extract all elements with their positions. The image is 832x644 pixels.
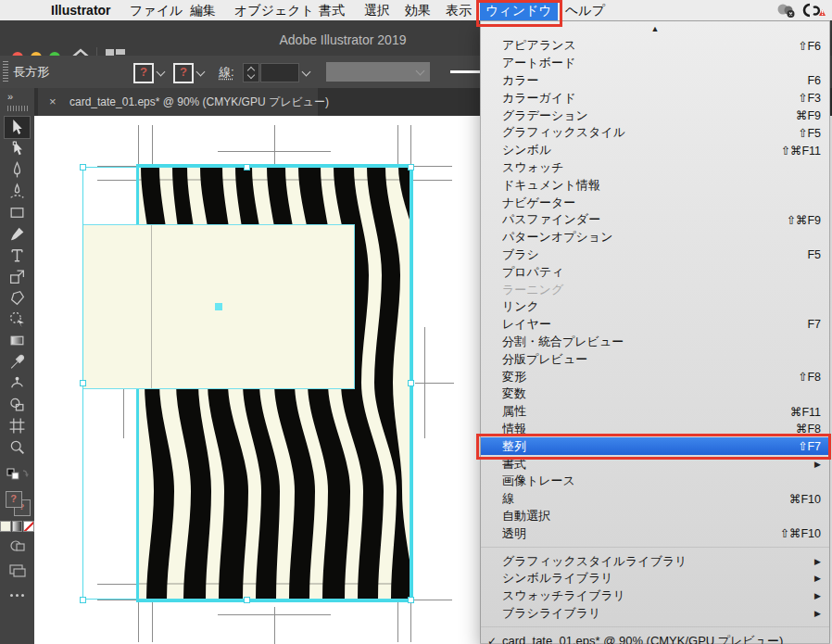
stroke-weight-label[interactable]: 線: — [219, 64, 234, 81]
menubar-item-5[interactable]: 選択 — [364, 0, 390, 20]
stroke-weight-stepper[interactable] — [243, 63, 259, 82]
selection-handle[interactable] — [408, 164, 414, 170]
annotation-box-align-item — [476, 434, 831, 460]
tools-panel-grip[interactable] — [7, 106, 28, 111]
fill-chevron-icon[interactable] — [157, 68, 166, 77]
menu-item-label: ブラシ — [502, 246, 807, 263]
selection-handle[interactable] — [80, 164, 86, 170]
menu-item-33[interactable]: ブラシライブラリ▶ — [481, 605, 829, 623]
pen-tool[interactable] — [5, 159, 30, 181]
free-transform-tool[interactable] — [5, 266, 30, 287]
cc-warning-icon[interactable] — [802, 2, 826, 19]
menu-item-label: リンク — [502, 298, 821, 315]
menu-item-26[interactable]: 線⌘F10 — [481, 490, 829, 508]
menu-item-shortcut: ⇧⌘F10 — [779, 526, 821, 540]
stroke-style-preview[interactable] — [450, 70, 482, 73]
sync-disabled-icon[interactable] — [775, 2, 797, 19]
menubar-item-3[interactable]: オブジェクト — [234, 0, 314, 20]
menu-item-5[interactable]: グラフィックスタイル⇧F5 — [481, 124, 829, 142]
menu-item-1[interactable]: アートボード — [481, 55, 829, 72]
menu-item-13[interactable]: プロパティ — [481, 263, 829, 281]
menu-item-label: 透明 — [502, 525, 779, 542]
menu-item-21[interactable]: 属性⌘F11 — [481, 403, 829, 421]
close-tab-icon[interactable]: × — [49, 88, 62, 116]
stroke-weight-input[interactable] — [260, 63, 299, 82]
menu-item-19[interactable]: 変形⇧F8 — [481, 368, 829, 385]
menu-item-7[interactable]: スウォッチ — [481, 159, 829, 177]
menubar-item-2[interactable]: 編集 — [190, 0, 216, 20]
trim-mark — [152, 125, 153, 167]
selection-center-point[interactable] — [215, 303, 222, 310]
menu-item-28[interactable]: 透明⇧⌘F10 — [481, 524, 829, 542]
none-swatch[interactable] — [23, 521, 34, 532]
selection-handle[interactable] — [244, 597, 250, 603]
menu-item-35[interactable]: ✓card_tate_01.eps* @ 90% (CMYK/GPU プレビュー… — [481, 632, 829, 644]
menu-item-17[interactable]: 分割・統合プレビュー — [481, 334, 829, 351]
menu-item-20[interactable]: 変数 — [481, 385, 829, 403]
menubar-item-4[interactable]: 書式 — [319, 0, 345, 20]
menubar-item-1[interactable]: ファイル — [130, 0, 183, 20]
expand-panel-icon[interactable]: » — [0, 88, 34, 102]
shape-builder-tool[interactable] — [5, 394, 30, 415]
fill-stroke-indicator[interactable]: ? ? — [6, 491, 30, 515]
eyedropper-tool[interactable] — [5, 351, 30, 373]
selection-handle[interactable] — [408, 597, 414, 603]
menu-item-31[interactable]: シンボルライブラリ▶ — [481, 570, 829, 587]
menu-item-25[interactable]: 画像トレース — [481, 473, 829, 490]
paintbrush-tool[interactable] — [5, 223, 30, 245]
menu-item-18[interactable]: 分版プレビュー — [481, 350, 829, 368]
selection-tool[interactable] — [5, 117, 30, 138]
artboard-tool[interactable] — [5, 415, 30, 436]
menu-item-2[interactable]: カラーF6 — [481, 72, 829, 90]
gradient-tool[interactable] — [5, 330, 30, 351]
shaper-tool[interactable] — [5, 309, 30, 330]
direct-selection-tool[interactable] — [5, 138, 30, 159]
menu-item-label: ナビゲーター — [502, 195, 821, 211]
fill-indicator[interactable]: ? — [6, 491, 22, 508]
gradient-swatch[interactable] — [12, 521, 23, 532]
menu-item-9[interactable]: ナビゲーター — [481, 194, 829, 211]
rectangle-tool[interactable] — [5, 202, 30, 223]
edit-toolbar-icon[interactable] — [0, 594, 34, 597]
stroke-weight-chevron-icon[interactable] — [302, 68, 311, 77]
menu-item-6[interactable]: シンボル⇧⌘F11 — [481, 142, 829, 159]
selection-handle[interactable] — [80, 380, 86, 386]
menu-item-27[interactable]: 自動選択 — [481, 508, 829, 525]
selection-handle[interactable] — [408, 380, 414, 386]
selection-handle[interactable] — [80, 597, 86, 603]
menu-item-30[interactable]: グラフィックスタイルライブラリ▶ — [481, 552, 829, 570]
selection-handle[interactable] — [244, 164, 250, 170]
menu-item-8[interactable]: ドキュメント情報 — [481, 176, 829, 194]
puppet-warp-tool[interactable] — [5, 373, 30, 394]
zoom-tool[interactable] — [5, 436, 30, 458]
menu-item-4[interactable]: グラデーション⌘F9 — [481, 107, 829, 124]
type-tool[interactable] — [5, 245, 30, 266]
screen-mode-icon[interactable] — [4, 563, 32, 581]
menu-item-32[interactable]: スウォッチライブラリ▶ — [481, 587, 829, 605]
menu-item-label: card_tate_01.eps* @ 90% (CMYK/GPU プレビュー) — [502, 633, 821, 644]
fill-color-swatch[interactable]: ? — [133, 63, 154, 83]
curvature-tool[interactable] — [5, 181, 30, 202]
menu-item-3[interactable]: カラーガイド⇧F3 — [481, 89, 829, 107]
stroke-color-swatch[interactable]: ? — [173, 63, 194, 83]
menu-item-label: アピアランス — [502, 37, 798, 54]
menu-item-10[interactable]: パスファインダー⇧⌘F9 — [481, 211, 829, 229]
eraser-tool[interactable] — [5, 287, 30, 309]
menu-item-11[interactable]: パターンオプション — [481, 229, 829, 246]
stroke-chevron-icon[interactable] — [196, 68, 206, 77]
panel-grip[interactable] — [3, 61, 8, 82]
menubar-item-0[interactable]: Illustrator — [51, 0, 111, 20]
menu-item-label: プロパティ — [502, 264, 821, 281]
drawing-mode-icon[interactable] — [4, 539, 32, 556]
menu-item-16[interactable]: レイヤーF7 — [481, 316, 829, 334]
variable-width-dropdown[interactable] — [326, 62, 430, 82]
menu-item-0[interactable]: アピアランス⇧F6 — [481, 37, 829, 55]
color-swatch[interactable] — [0, 521, 11, 532]
menubar-item-6[interactable]: 効果 — [405, 0, 431, 20]
menubar-item-7[interactable]: 表示 — [446, 0, 472, 20]
menubar-item-9[interactable]: ヘルプ — [565, 0, 605, 20]
swap-fill-stroke-icon[interactable] — [4, 467, 32, 484]
document-tab[interactable]: × card_tate_01.eps* @ 90% (CMYK/GPU プレビュ… — [38, 88, 318, 116]
menu-item-12[interactable]: ブラシF5 — [481, 246, 829, 264]
menu-item-15[interactable]: リンク — [481, 298, 829, 316]
